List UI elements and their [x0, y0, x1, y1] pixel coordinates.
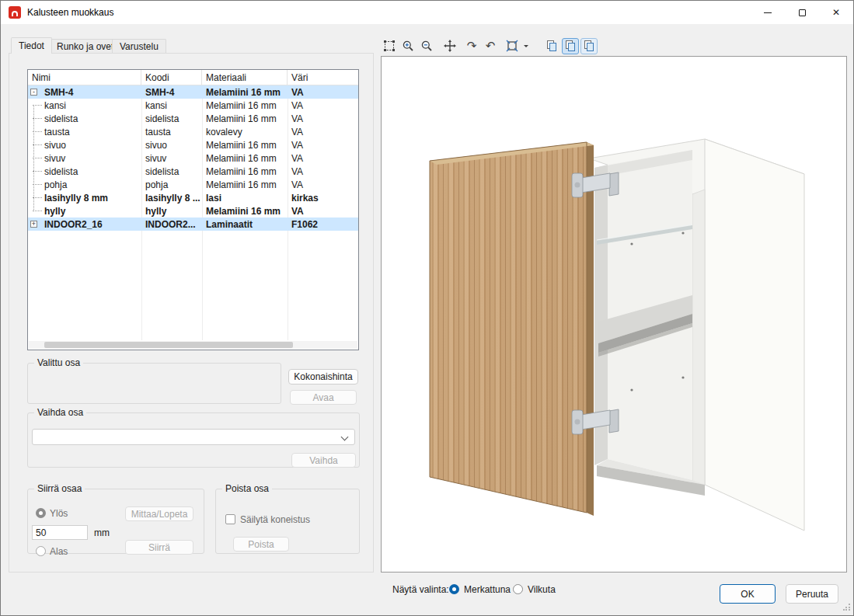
table-row[interactable]: tausta tausta kovalevy VA: [28, 125, 358, 138]
horizontal-scrollbar[interactable]: [29, 341, 357, 349]
radio-vilkuta[interactable]: [513, 584, 523, 594]
cell-koodi: lasihylly 8 ...: [141, 191, 202, 204]
cell-nimi: pohja: [28, 178, 141, 191]
maximize-icon: [799, 9, 806, 16]
tab-runko-ja-ovet[interactable]: Runko ja ovet: [49, 39, 121, 53]
title-bar: Kalusteen muokkaus ✕: [1, 1, 853, 24]
tree-twig: [33, 171, 42, 172]
mittaa-lopeta-button[interactable]: Mittaa/Lopeta: [125, 506, 193, 521]
copy-view-alt-button[interactable]: [580, 38, 598, 54]
maximize-button[interactable]: [785, 1, 819, 24]
cell-koodi: tausta: [141, 125, 202, 138]
dialog-kalusteen-muokkaus: { "window": { "title": "Kalusteen muokka…: [0, 0, 854, 616]
radio-merkattuna-label: Merkattuna: [464, 583, 511, 596]
valittu-osa-group: Valittu osa: [27, 363, 281, 404]
table-row[interactable]: kansi kansi Melamiini 16 mm VA: [28, 99, 358, 112]
select-region-button[interactable]: [381, 38, 398, 54]
dropdown-arrow-icon: [524, 45, 528, 50]
sailyta-koneistus-checkbox[interactable]: [225, 514, 235, 524]
cell-vari: VA: [288, 99, 358, 112]
pan-button[interactable]: [441, 38, 458, 54]
radio-alas[interactable]: [36, 546, 46, 556]
tab-varustelu[interactable]: Varustelu: [112, 39, 166, 53]
cell-vari: VA: [288, 165, 358, 178]
table-row[interactable]: sivuv sivuv Melamiini 16 mm VA: [28, 151, 358, 165]
zoom-out-button[interactable]: [418, 38, 435, 54]
zoom-in-button[interactable]: [399, 38, 417, 54]
table-row[interactable]: lasihylly 8 mm lasihylly 8 ... lasi kirk…: [28, 191, 358, 204]
minimize-button[interactable]: [751, 1, 785, 24]
table-body: -SMH-4 SMH-4 Melamiini 16 mm VA kansi ka…: [28, 85, 358, 231]
kokonaishinta-button[interactable]: Kokonaishinta: [288, 369, 358, 385]
tree-twig: [33, 158, 42, 158]
peruuta-button[interactable]: Peruuta: [786, 584, 838, 604]
tree-twig: [33, 131, 42, 132]
radio-ylos-label: Ylös: [50, 507, 68, 520]
resize-grip[interactable]: [843, 600, 851, 614]
table-row[interactable]: sidelista sidelista Melamiini 16 mm VA: [28, 112, 358, 125]
cell-vari: VA: [288, 138, 358, 151]
toolbar-dropdown-button[interactable]: [521, 38, 531, 54]
scrollbar-thumb[interactable]: [44, 342, 293, 348]
cell-koodi: SMH-4: [141, 85, 202, 99]
cell-materiaali: lasi: [202, 191, 288, 204]
cell-vari: VA: [288, 125, 358, 138]
unit-label: mm: [94, 527, 110, 539]
tree-twig: [33, 197, 42, 198]
copy-view-icon: [546, 40, 558, 52]
expand-icon[interactable]: +: [30, 221, 37, 228]
column-header-materiaali[interactable]: Materiaali: [202, 70, 288, 85]
parts-table: Nimi Koodi Materiaali Väri -SMH-4 SMH-4 …: [27, 69, 359, 350]
minimize-icon: [764, 12, 772, 13]
collapse-icon[interactable]: -: [30, 89, 37, 96]
zoom-fit-button[interactable]: [504, 38, 521, 54]
cell-materiaali: Melamiini 16 mm: [202, 85, 288, 99]
poista-button[interactable]: Poista: [233, 537, 289, 552]
siirra-button[interactable]: Siirrä: [125, 540, 193, 555]
rotate-cw-icon: ↷: [467, 40, 477, 52]
avaa-button[interactable]: Avaa: [290, 390, 357, 405]
column-header-vari[interactable]: Väri: [288, 70, 358, 85]
rotate-ccw-button[interactable]: ↶: [482, 38, 499, 54]
distance-input[interactable]: [32, 525, 88, 540]
table-row[interactable]: hylly hylly Melamiini 16 mm VA: [28, 204, 358, 218]
table-row[interactable]: sivuo sivuo Melamiini 16 mm VA: [28, 138, 358, 151]
group-label: Poista osa: [222, 483, 272, 495]
column-header-nimi[interactable]: Nimi: [28, 70, 141, 85]
vaihda-osa-combobox[interactable]: [32, 429, 355, 445]
cell-koodi: sivuo: [141, 138, 202, 151]
table-row[interactable]: +INDOOR2_16 INDOOR2... Laminaatit F1062: [28, 218, 358, 231]
ok-button[interactable]: OK: [720, 584, 776, 604]
zoom-fit-icon: [506, 40, 518, 52]
column-header-koodi[interactable]: Koodi: [141, 70, 202, 85]
radio-merkattuna[interactable]: [449, 584, 459, 594]
cell-nimi: kansi: [28, 99, 141, 112]
cell-vari: VA: [288, 204, 358, 218]
3d-viewport[interactable]: [381, 56, 847, 572]
tree-twig: [33, 144, 42, 145]
copy-view-button[interactable]: [543, 38, 560, 54]
cell-nimi: sidelista: [28, 165, 141, 178]
select-region-icon: [383, 40, 396, 52]
vaihda-button[interactable]: Vaihda: [291, 453, 356, 468]
close-button[interactable]: ✕: [819, 1, 853, 24]
table-row[interactable]: pohja pohja Melamiini 16 mm VA: [28, 178, 358, 191]
radio-ylos[interactable]: [36, 508, 46, 518]
tab-tiedot[interactable]: Tiedot: [11, 37, 52, 54]
table-header: Nimi Koodi Materiaali Väri: [28, 70, 358, 85]
cell-materiaali: Melamiini 16 mm: [202, 204, 288, 218]
tree-twig: [33, 211, 42, 211]
cell-materiaali: Melamiini 16 mm: [202, 178, 288, 191]
table-row[interactable]: -SMH-4 SMH-4 Melamiini 16 mm VA: [28, 85, 358, 99]
cell-materiaali: Melamiini 16 mm: [202, 112, 288, 125]
cell-materiaali: Melamiini 16 mm: [202, 151, 288, 165]
pan-icon: [444, 40, 456, 52]
radio-vilkuta-label: Vilkuta: [528, 583, 556, 596]
copy-view-active-button[interactable]: [562, 38, 579, 54]
cell-vari: VA: [288, 112, 358, 125]
copy-view-alt-icon: [583, 40, 595, 52]
table-row[interactable]: sidelista sidelista Melamiini 16 mm VA: [28, 165, 358, 178]
cell-nimi: sivuv: [28, 151, 141, 165]
tree-twig: [33, 184, 42, 185]
rotate-cw-button[interactable]: ↷: [463, 38, 480, 54]
